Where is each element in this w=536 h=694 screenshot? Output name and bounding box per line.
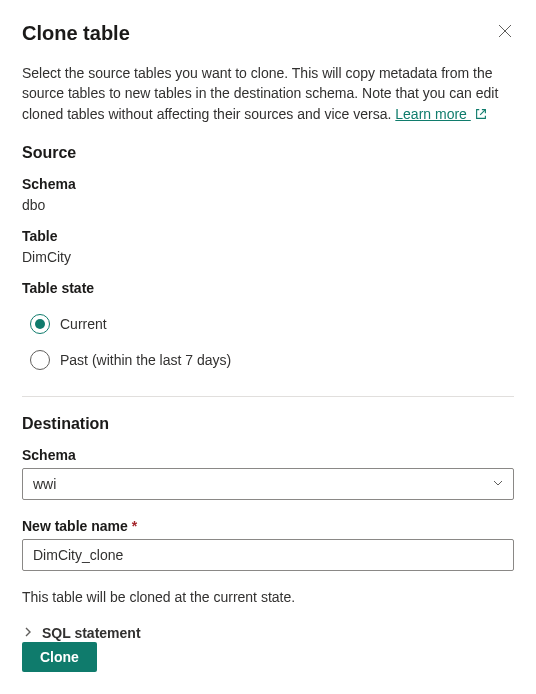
dialog-title: Clone table <box>22 22 130 45</box>
source-table-label: Table <box>22 228 514 244</box>
destination-schema-label: Schema <box>22 447 514 463</box>
required-asterisk: * <box>132 518 137 534</box>
learn-more-link[interactable]: Learn more <box>395 106 487 122</box>
close-icon <box>498 26 512 41</box>
destination-schema-select[interactable]: wwi <box>22 468 514 500</box>
table-state-label: Table state <box>22 280 514 296</box>
close-button[interactable] <box>496 22 514 43</box>
source-heading: Source <box>22 144 514 162</box>
radio-past-label: Past (within the last 7 days) <box>60 352 231 368</box>
clone-hint: This table will be cloned at the current… <box>22 589 514 605</box>
dialog-description: Select the source tables you want to clo… <box>22 63 514 124</box>
new-table-name-input[interactable] <box>22 539 514 571</box>
clone-button[interactable]: Clone <box>22 642 97 672</box>
external-link-icon <box>471 106 488 122</box>
new-table-name-text: New table name <box>22 518 128 534</box>
source-schema-label: Schema <box>22 176 514 192</box>
source-schema-value: dbo <box>22 197 514 213</box>
chevron-right-icon <box>22 625 34 641</box>
source-table-value: DimCity <box>22 249 514 265</box>
radio-icon <box>30 350 50 370</box>
destination-heading: Destination <box>22 415 514 433</box>
section-divider <box>22 396 514 397</box>
table-state-radio-group: Current Past (within the last 7 days) <box>22 306 514 378</box>
sql-statement-label: SQL statement <box>42 625 141 641</box>
radio-icon-selected <box>30 314 50 334</box>
new-table-name-label: New table name * <box>22 518 514 534</box>
radio-current[interactable]: Current <box>22 306 514 342</box>
learn-more-text: Learn more <box>395 106 470 122</box>
radio-past[interactable]: Past (within the last 7 days) <box>22 342 514 378</box>
radio-current-label: Current <box>60 316 107 332</box>
